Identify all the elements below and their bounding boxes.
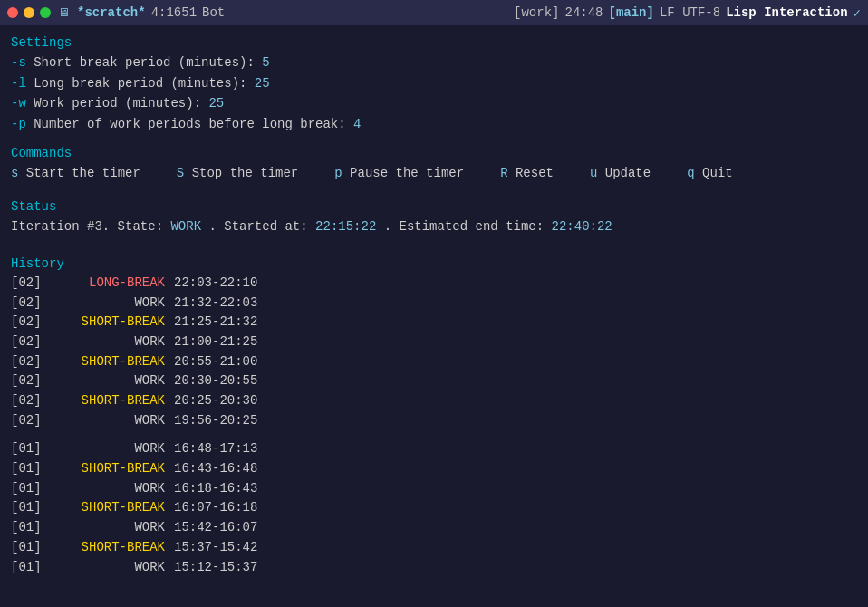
history-group-01: [01] WORK 16:48-17:13 [01] SHORT-BREAK 1… (11, 439, 857, 577)
hist-time: 19:56-20:25 (174, 411, 257, 431)
mode-indicator: Bot (202, 5, 225, 20)
setting-val-w: 25 (208, 96, 224, 111)
hist-time: 16:48-17:13 (174, 439, 257, 459)
hist-type-work: WORK (47, 294, 165, 313)
status-section: Status Iteration #3. State: WORK . Start… (11, 197, 857, 237)
setting-desc-s: Short break period (minutes): (34, 55, 262, 70)
hist-type-short-break: SHORT-BREAK (47, 498, 165, 518)
main-content: Settings -s Short break period (minutes)… (0, 25, 868, 584)
setting-val-l: 25 (255, 76, 270, 91)
commands-label: Commands (11, 143, 857, 163)
commands-row: s Start the timer S Stop the timer p Pau… (11, 163, 857, 183)
setting-desc-w: Work period (minutes): (34, 96, 208, 111)
hist-time: 20:25-20:30 (174, 391, 257, 411)
hist-time: 22:03-22:10 (174, 274, 257, 294)
status-text-2: . Started at: (208, 219, 315, 234)
hist-type-work: WORK (47, 439, 165, 459)
hist-type-short-break: SHORT-BREAK (47, 313, 165, 332)
hist-time: 16:43-16:48 (174, 459, 257, 479)
title-bar: 🖥 *scratch* 4:1651 Bot [work] 24:48 [mai… (0, 0, 868, 25)
hist-type-work: WORK (47, 411, 165, 431)
key-s: s (11, 166, 18, 180)
hist-type-short-break: SHORT-BREAK (47, 538, 165, 558)
history-row: [02] SHORT-BREAK 20:25-20:30 (11, 391, 857, 411)
status-text-3: . Estimated end time: (384, 219, 552, 234)
hist-time: 21:25-21:32 (174, 313, 257, 332)
hist-type-work: WORK (47, 332, 165, 352)
hist-time: 15:37-15:42 (174, 538, 257, 558)
hist-time: 20:30-20:55 (174, 371, 257, 391)
cmd-stop[interactable]: S Stop the timer (177, 163, 298, 183)
cmd-update[interactable]: u Update (590, 163, 651, 183)
history-row: [02] WORK 19:56-20:25 (11, 411, 857, 431)
key-p: p (334, 166, 342, 180)
hist-time: 21:32-22:03 (174, 294, 257, 313)
hist-iter: [01] (11, 518, 47, 538)
hist-type-work: WORK (47, 371, 165, 391)
hist-time: 15:42-16:07 (174, 518, 257, 538)
flag-p: -p (11, 117, 26, 131)
history-row: [01] WORK 15:12-15:37 (11, 558, 857, 578)
minimize-button[interactable] (24, 7, 34, 18)
cmd-quit-label: Quit (702, 166, 733, 180)
check-icon: ✓ (854, 5, 861, 21)
hist-type-work: WORK (47, 479, 165, 499)
status-detail: Iteration #3. State: WORK . Started at: … (11, 217, 857, 236)
history-row: [01] SHORT-BREAK 16:43-16:48 (11, 459, 857, 479)
status-label-row: Status (11, 197, 857, 217)
close-button[interactable] (7, 7, 18, 18)
hist-time: 16:18-16:43 (174, 479, 257, 499)
history-row: [02] SHORT-BREAK 21:25-21:32 (11, 313, 857, 332)
hist-iter: [02] (11, 274, 47, 294)
lisp-icon: 🖥 (58, 6, 70, 20)
hist-iter: [02] (11, 294, 47, 313)
history-section: History [02] LONG-BREAK 22:03-22:10 [02]… (11, 254, 857, 578)
status-text-1: Iteration #3. State: (11, 219, 170, 234)
cmd-reset[interactable]: R Reset (500, 163, 554, 183)
history-row: [01] WORK 16:18-16:43 (11, 479, 857, 499)
hist-type-long-break: LONG-BREAK (47, 274, 165, 294)
key-u: u (590, 166, 597, 180)
cmd-pause[interactable]: p Pause the timer (334, 163, 464, 183)
history-row: [02] WORK 20:30-20:55 (11, 371, 857, 391)
title-bar-text: *scratch* 4:1651 Bot [work] 24:48 [main]… (77, 5, 861, 21)
hist-iter: [02] (11, 411, 47, 431)
history-row: [01] SHORT-BREAK 16:07-16:18 (11, 498, 857, 518)
hist-iter: [02] (11, 391, 47, 411)
setting-desc-p: Number of work periods before long break… (34, 117, 353, 131)
commands-section: Commands s Start the timer S Stop the ti… (11, 143, 857, 184)
cursor-position: 4:1651 (151, 5, 197, 20)
hist-time: 21:00-21:25 (174, 332, 257, 352)
key-q: q (687, 166, 694, 180)
history-row: [01] SHORT-BREAK 15:37-15:42 (11, 538, 857, 558)
setting-desc-l: Long break period (minutes): (34, 76, 255, 91)
buffer-name: *scratch* (77, 5, 146, 20)
encoding-label: LF UTF-8 (660, 5, 720, 20)
cmd-start-label: Start the timer (26, 166, 140, 180)
history-row: [01] WORK 16:48-17:13 (11, 439, 857, 459)
status-started: 22:15:22 (315, 219, 376, 234)
setting-row-p: -p Number of work periods before long br… (11, 114, 857, 134)
setting-row-w: -w Work period (minutes): 25 (11, 93, 857, 113)
key-R: R (500, 166, 507, 180)
hist-iter: [01] (11, 498, 47, 518)
history-row: [02] LONG-BREAK 22:03-22:10 (11, 274, 857, 294)
cmd-stop-label: Stop the timer (192, 166, 299, 180)
history-row: [02] WORK 21:00-21:25 (11, 332, 857, 352)
setting-row-l: -l Long break period (minutes): 25 (11, 73, 857, 93)
maximize-button[interactable] (40, 7, 51, 18)
hist-iter: [02] (11, 313, 47, 332)
key-S: S (177, 166, 184, 180)
setting-val-p: 4 (353, 117, 361, 131)
settings-section: Settings -s Short break period (minutes)… (11, 33, 857, 134)
cmd-start[interactable]: s Start the timer (11, 163, 140, 183)
history-group-02: [02] LONG-BREAK 22:03-22:10 [02] WORK 21… (11, 274, 857, 431)
hist-iter: [01] (11, 558, 47, 578)
traffic-lights (7, 7, 51, 18)
history-row: [01] WORK 15:42-16:07 (11, 518, 857, 538)
hist-time: 15:12-15:37 (174, 558, 257, 578)
project-label: [work] (514, 5, 559, 20)
cmd-quit[interactable]: q Quit (687, 163, 732, 183)
history-row: [02] WORK 21:32-22:03 (11, 294, 857, 313)
hist-iter: [01] (11, 459, 47, 479)
